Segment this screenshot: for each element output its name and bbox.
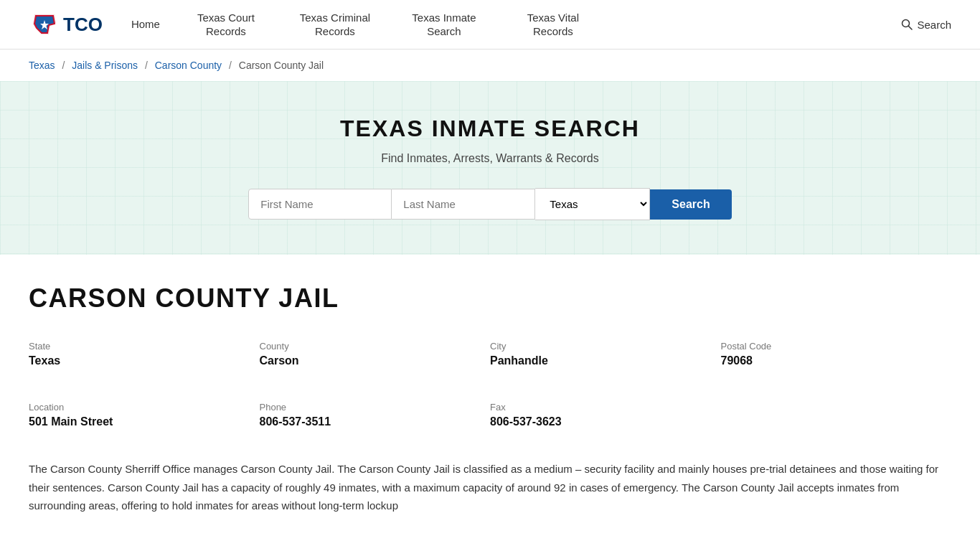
logo-text: TCO — [63, 14, 103, 36]
header-search[interactable]: Search — [901, 19, 951, 31]
nav-court-records[interactable]: Texas Court Records — [183, 11, 269, 39]
search-icon — [901, 19, 913, 30]
nav-criminal-records[interactable]: Texas Criminal Records — [292, 11, 378, 39]
search-button[interactable]: Search — [650, 189, 731, 220]
info-fax: Fax 806-537-3623 — [490, 396, 721, 440]
nav-home[interactable]: Home — [131, 17, 160, 32]
jail-description: The Carson County Sherriff Office manage… — [29, 460, 951, 515]
state-value: Texas — [29, 354, 260, 367]
main-nav: Home Texas Court Records Texas Criminal … — [131, 11, 951, 39]
state-label: State — [29, 341, 260, 352]
last-name-input[interactable] — [392, 189, 535, 220]
fax-value: 806-537-3623 — [490, 415, 721, 428]
header-search-label: Search — [917, 19, 951, 31]
fax-label: Fax — [490, 402, 721, 413]
state-select[interactable]: AlabamaAlaskaArizonaArkansasCaliforniaCo… — [535, 188, 650, 220]
breadcrumb-jails[interactable]: Jails & Prisons — [72, 60, 138, 71]
logo-link[interactable]: TCO — [29, 9, 103, 40]
location-label: Location — [29, 402, 260, 413]
inmate-search-form: AlabamaAlaskaArizonaArkansasCaliforniaCo… — [29, 188, 951, 220]
location-value: 501 Main Street — [29, 415, 260, 428]
nav-vital-records[interactable]: Texas Vital Records — [510, 11, 596, 39]
first-name-input[interactable] — [248, 189, 392, 220]
site-header: TCO Home Texas Court Records Texas Crimi… — [0, 0, 980, 50]
main-content: CARSON COUNTY JAIL State Texas County Ca… — [0, 255, 980, 537]
breadcrumb-sep-3: / — [229, 60, 232, 71]
phone-label: Phone — [260, 402, 491, 413]
breadcrumb-current: Carson County Jail — [239, 60, 324, 71]
breadcrumb-sep-2: / — [145, 60, 148, 71]
info-location: Location 501 Main Street — [29, 396, 260, 440]
county-value: Carson — [260, 354, 491, 367]
county-label: County — [260, 341, 491, 352]
info-state: State Texas — [29, 335, 260, 379]
info-grid-row1: State Texas County Carson City Panhandle… — [29, 335, 951, 379]
info-phone: Phone 806-537-3511 — [260, 396, 491, 440]
hero-title: TEXAS INMATE SEARCH — [29, 116, 951, 142]
info-empty — [721, 396, 952, 440]
breadcrumb-sep-1: / — [62, 60, 65, 71]
breadcrumb-county[interactable]: Carson County — [155, 60, 222, 71]
svg-line-5 — [909, 27, 913, 30]
postal-value: 79068 — [721, 354, 952, 367]
info-grid-row2: Location 501 Main Street Phone 806-537-3… — [29, 396, 951, 440]
postal-label: Postal Code — [721, 341, 952, 352]
hero-section: TEXAS INMATE SEARCH Find Inmates, Arrest… — [0, 81, 980, 255]
city-value: Panhandle — [490, 354, 721, 367]
jail-title: CARSON COUNTY JAIL — [29, 283, 951, 314]
info-county: County Carson — [260, 335, 491, 379]
hero-subtitle: Find Inmates, Arrests, Warrants & Record… — [29, 152, 951, 165]
phone-value: 806-537-3511 — [260, 415, 491, 428]
info-city: City Panhandle — [490, 335, 721, 379]
city-label: City — [490, 341, 721, 352]
breadcrumb-texas[interactable]: Texas — [29, 60, 55, 71]
info-postal: Postal Code 79068 — [721, 335, 952, 379]
nav-inmate-search[interactable]: Texas Inmate Search — [401, 11, 487, 39]
breadcrumb: Texas / Jails & Prisons / Carson County … — [0, 50, 980, 81]
logo-icon — [29, 9, 60, 40]
